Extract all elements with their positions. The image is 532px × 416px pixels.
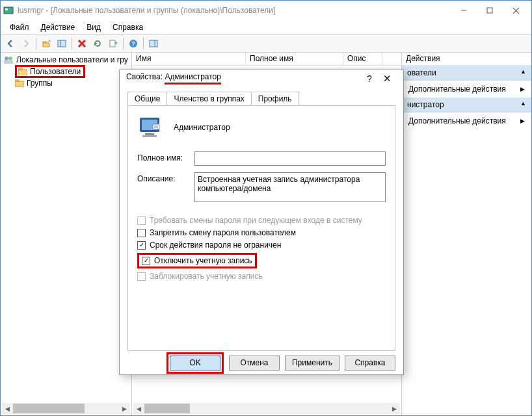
scroll-left-arrow[interactable]: ◄ bbox=[2, 404, 13, 413]
scroll-thumb[interactable] bbox=[144, 404, 190, 413]
dialog-help-button[interactable]: ? bbox=[362, 73, 377, 84]
svg-rect-23 bbox=[15, 80, 19, 81]
svg-point-18 bbox=[8, 57, 12, 60]
up-button[interactable] bbox=[39, 36, 53, 51]
delete-button[interactable] bbox=[75, 36, 89, 51]
check-change-password: Требовать смены пароля при следующем вхо… bbox=[137, 216, 386, 225]
col-name[interactable]: Имя bbox=[132, 53, 246, 65]
dialog-title-name: Администратор bbox=[165, 72, 221, 84]
dialog-titlebar[interactable]: Свойства: Администратор ? ✕ bbox=[120, 70, 403, 86]
dialog-footer: OK Отмена Применить Справка bbox=[120, 351, 403, 374]
tree-users-label: Пользователи bbox=[30, 67, 81, 76]
help-button[interactable]: ? bbox=[126, 36, 140, 51]
actions-band-users[interactable]: ователи ▲ bbox=[402, 66, 531, 81]
actions-band-label: ователи bbox=[407, 68, 436, 77]
minimize-button[interactable] bbox=[451, 1, 477, 20]
help-button[interactable]: Справка bbox=[345, 356, 395, 370]
tree-groups[interactable]: Группы bbox=[2, 77, 130, 89]
folder-icon bbox=[18, 68, 27, 75]
svg-rect-26 bbox=[145, 133, 154, 135]
svg-text:?: ? bbox=[131, 40, 135, 47]
dialog-close-button[interactable]: ✕ bbox=[377, 73, 397, 84]
toolbar-separator bbox=[72, 38, 72, 49]
svg-rect-19 bbox=[4, 60, 13, 64]
ok-button-highlight: OK bbox=[166, 352, 224, 374]
dialog-body: Общие Членство в группах Профиль Админис… bbox=[120, 86, 403, 351]
scroll-left-arrow[interactable]: ◄ bbox=[133, 404, 144, 413]
user-account-icon bbox=[137, 115, 165, 140]
refresh-button[interactable] bbox=[90, 36, 105, 51]
svg-rect-27 bbox=[142, 135, 157, 137]
svg-rect-1 bbox=[5, 8, 8, 10]
dialog-title-prefix: Свойства: bbox=[126, 72, 165, 81]
toolbar: ? bbox=[1, 34, 531, 53]
checkbox-icon[interactable]: ✓ bbox=[137, 241, 146, 250]
description-input[interactable]: Встроенная учетная запись администратора… bbox=[194, 172, 386, 202]
col-desc[interactable]: Опис bbox=[343, 53, 382, 65]
svg-rect-7 bbox=[43, 42, 46, 43]
tree-root-label: Локальные пользователи и гру bbox=[16, 55, 128, 64]
titlebar: lusrmgr - [Локальные пользователи и груп… bbox=[1, 1, 531, 20]
maximize-button[interactable] bbox=[477, 1, 503, 20]
actions-more-1[interactable]: Дополнительные действия ▶ bbox=[402, 81, 531, 98]
check-password-never-expires[interactable]: ✓ Срок действия пароля не ограничен bbox=[137, 240, 386, 250]
show-hide-tree-button[interactable] bbox=[55, 36, 69, 51]
scroll-right-arrow[interactable]: ► bbox=[119, 404, 130, 413]
cancel-button[interactable]: Отмена bbox=[229, 356, 280, 370]
window-title: lusrmgr - [Локальные пользователи и груп… bbox=[18, 6, 451, 15]
svg-rect-21 bbox=[18, 68, 22, 70]
svg-rect-15 bbox=[150, 40, 157, 47]
nav-forward-button[interactable] bbox=[19, 36, 33, 51]
dialog-user-label: Администратор bbox=[174, 123, 230, 132]
scroll-thumb[interactable] bbox=[13, 404, 85, 413]
menu-help[interactable]: Справка bbox=[107, 21, 148, 33]
scroll-right-arrow[interactable]: ► bbox=[389, 404, 400, 413]
tree-hscrollbar[interactable]: ◄ ► bbox=[2, 403, 130, 414]
close-button[interactable] bbox=[503, 1, 529, 20]
menu-view[interactable]: Вид bbox=[81, 21, 106, 33]
check-label: Требовать смены пароля при следующем вхо… bbox=[150, 216, 362, 225]
mmc-window: lusrmgr - [Локальные пользователи и груп… bbox=[0, 0, 532, 416]
chevron-right-icon: ▶ bbox=[520, 118, 525, 124]
actions-more-2[interactable]: Дополнительные действия ▶ bbox=[402, 112, 531, 129]
svg-rect-3 bbox=[487, 8, 492, 13]
svg-rect-20 bbox=[18, 70, 27, 75]
check-label: Заблокировать учетную запись bbox=[150, 272, 263, 281]
dialog-tabs: Общие Членство в группах Профиль bbox=[127, 92, 395, 105]
tab-membership[interactable]: Членство в группах bbox=[166, 92, 251, 105]
fullname-label: Полное имя: bbox=[137, 151, 194, 162]
menu-file[interactable]: Файл bbox=[5, 21, 34, 33]
actions-pane-button[interactable] bbox=[146, 36, 161, 51]
fullname-input[interactable] bbox=[194, 151, 386, 166]
tab-profile[interactable]: Профиль bbox=[251, 92, 299, 105]
tree-root[interactable]: Локальные пользователи и гру bbox=[2, 54, 130, 66]
tree-users[interactable]: Пользователи bbox=[2, 66, 130, 77]
app-icon bbox=[3, 5, 14, 16]
check-account-locked: Заблокировать учетную запись bbox=[137, 272, 386, 281]
check-label: Отключить учетную запись bbox=[154, 256, 252, 265]
actions-header: Действия bbox=[402, 53, 531, 66]
export-list-button[interactable] bbox=[106, 36, 120, 51]
dialog-title: Свойства: Администратор bbox=[126, 72, 362, 84]
checkbox-icon[interactable] bbox=[137, 229, 146, 237]
nav-back-button[interactable] bbox=[3, 36, 18, 51]
check-no-password-change[interactable]: Запретить смену пароля пользователем bbox=[137, 228, 386, 237]
properties-dialog: Свойства: Администратор ? ✕ Общие Членст… bbox=[119, 70, 404, 375]
svg-rect-12 bbox=[110, 40, 115, 47]
ok-button[interactable]: OK bbox=[170, 356, 220, 370]
col-fullname[interactable]: Полное имя bbox=[246, 53, 343, 65]
tab-general[interactable]: Общие bbox=[127, 92, 167, 105]
svg-rect-6 bbox=[43, 43, 49, 47]
menubar: Файл Действие Вид Справка bbox=[1, 20, 531, 34]
checkbox-icon[interactable]: ✓ bbox=[142, 257, 150, 265]
svg-rect-8 bbox=[58, 40, 66, 47]
actions-more-label: Дополнительные действия bbox=[408, 84, 506, 94]
actions-more-label: Дополнительные действия bbox=[408, 116, 506, 125]
toolbar-separator bbox=[36, 38, 36, 49]
main-hscrollbar[interactable]: ◄ ► bbox=[133, 403, 400, 414]
tree-groups-label: Группы bbox=[27, 79, 53, 88]
apply-button[interactable]: Применить bbox=[285, 356, 339, 370]
menu-action[interactable]: Действие bbox=[36, 21, 81, 33]
checkbox-icon bbox=[137, 216, 146, 225]
actions-band-admin[interactable]: нистратор ▲ bbox=[402, 98, 531, 112]
